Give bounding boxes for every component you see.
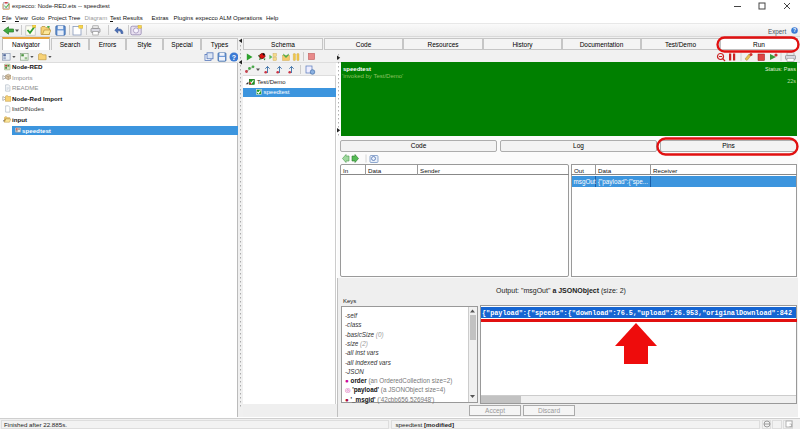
svg-text:?: ? [792, 27, 795, 33]
svg-text:?: ? [231, 54, 235, 61]
